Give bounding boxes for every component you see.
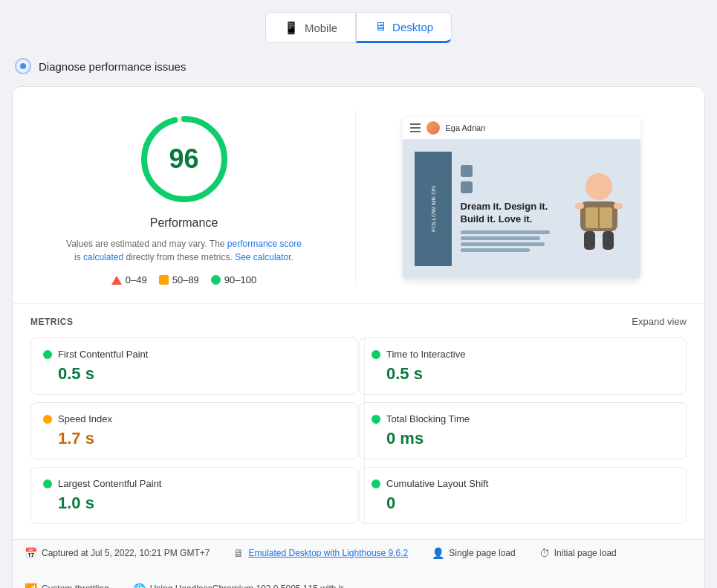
svg-rect-5 [603,231,614,250]
svg-rect-4 [584,231,595,250]
si-value: 1.7 s [43,429,345,448]
throttling-text: Custom throttling [42,584,109,588]
performance-gauge: 96 [136,111,233,207]
metrics-grid: First Contentful Paint 0.5 s Speed Index… [30,337,687,524]
calculator-link[interactable]: See calculator. [235,252,293,262]
metric-cls: Cumulative Layout Shift 0 [359,467,687,524]
lcp-value: 1.0 s [43,494,345,513]
diagnose-row: Diagnose performance issues [12,58,705,74]
person-icon: 👤 [432,547,444,559]
values-note: Values are estimated and may vary. The p… [65,237,303,264]
good-range: 90–100 [224,274,256,285]
calendar-icon: 📅 [25,547,37,559]
metrics-col-left: First Contentful Paint 0.5 s Speed Index… [30,337,358,524]
footer-emulated: 🖥 Emulated Desktop with Lighthouse 9.6.2 [233,547,408,559]
preview-avatar [426,121,440,135]
tti-value: 0.5 s [372,364,674,384]
metric-si: Speed Index 1.7 s [30,402,358,459]
tti-dot [372,350,380,359]
metric-fcp: First Contentful Paint 0.5 s [30,337,358,395]
preview-social-icons [461,165,560,193]
legend-good: 90–100 [211,274,256,285]
metric-lcp: Largest Contentful Paint 1.0 s [30,467,358,524]
monitor-icon: 🖥 [233,547,244,559]
tab-group: 📱 Mobile 🖥 Desktop [12,12,705,43]
metrics-label: METRICS [30,317,74,327]
preview-content: Dream it. Design it. Build it. Love it. [461,165,560,252]
captured-text: Captured at Jul 5, 2022, 10:21 PM GMT+7 [42,548,210,558]
site-preview: Ega Adrian FOLLOW ME ON Dream it. Design… [403,117,640,280]
tbt-dot [372,415,380,424]
follow-label: FOLLOW ME ON [415,152,452,266]
single-page-text: Single page load [449,548,515,558]
footer-initial-load: ⏱ Initial page load [539,547,617,559]
tab-mobile-label: Mobile [305,22,337,34]
initial-load-text: Initial page load [554,548,617,558]
diagnose-dot-icon [15,58,31,74]
footer-bar: 📅 Captured at Jul 5, 2022, 10:21 PM GMT+… [13,539,704,588]
diagnose-title: Diagnose performance issues [39,60,186,73]
metric-tbt: Total Blocking Time 0 ms [359,402,687,459]
tab-desktop[interactable]: 🖥 Desktop [356,12,452,43]
performance-label: Performance [150,216,218,230]
hamburger-icon [410,123,421,132]
lcp-dot [43,479,52,488]
preview-character [569,164,629,253]
footer-chromium: 🌐 Using HeadlessChromium 102.0.5005.115 … [133,583,344,588]
legend-average: 50–89 [159,274,199,285]
tab-mobile[interactable]: 📱 Mobile [265,12,356,43]
svg-rect-6 [575,203,584,209]
si-name: Speed Index [58,413,112,424]
si-dot [43,415,52,424]
fail-range: 0–49 [126,274,147,285]
chromium-text: Using HeadlessChromium 102.0.5005.115 wi… [150,584,344,588]
average-range: 50–89 [172,274,199,285]
preview-heading: Dream it. Design it. Build it. Love it. [461,201,560,226]
metrics-section: METRICS Expand view First Contentful Pai… [13,304,704,539]
wifi-icon: 📶 [25,583,37,588]
metric-tti: Time to Interactive 0.5 s [359,337,687,395]
fcp-name: First Contentful Paint [58,349,148,360]
tbt-value: 0 ms [372,429,674,448]
score-value: 96 [169,143,198,175]
svg-point-2 [585,173,612,200]
tti-name: Time to Interactive [386,349,465,360]
facebook-icon [461,165,473,177]
footer-single-page: 👤 Single page load [432,547,515,559]
preview-topbar: Ega Adrian [403,117,640,140]
metrics-header: METRICS Expand view [30,316,687,327]
fcp-dot [43,350,52,359]
main-card: 96 Performance Values are estimated and … [12,86,705,588]
preview-username: Ega Adrian [446,123,486,132]
instagram-icon [461,181,473,193]
cls-name: Cumulative Layout Shift [386,478,488,489]
score-legend: 0–49 50–89 90–100 [111,274,256,285]
lcp-name: Largest Contentful Paint [58,478,161,489]
score-left: 96 Performance Values are estimated and … [30,111,356,285]
cls-value: 0 [372,494,674,513]
score-section: 96 Performance Values are estimated and … [13,87,704,304]
footer-captured: 📅 Captured at Jul 5, 2022, 10:21 PM GMT+… [25,547,210,559]
expand-view-button[interactable]: Expand view [632,316,687,327]
tab-desktop-label: Desktop [392,21,433,33]
preview-text-lines [461,230,560,252]
footer-throttling: 📶 Custom throttling [25,583,109,588]
score-right: Ega Adrian FOLLOW ME ON Dream it. Design… [356,111,687,285]
good-icon [211,275,221,285]
legend-fail: 0–49 [111,274,147,285]
metrics-col-right: Time to Interactive 0.5 s Total Blocking… [359,337,687,524]
desktop-icon: 🖥 [374,20,386,33]
fcp-value: 0.5 s [43,364,345,384]
svg-rect-7 [614,203,623,209]
character-svg [569,164,629,253]
fail-icon [111,276,122,285]
preview-body: FOLLOW ME ON Dream it. Design it. Build … [403,140,640,278]
tbt-name: Total Blocking Time [386,413,470,424]
cls-dot [372,479,380,488]
chromium-icon: 🌐 [133,583,146,588]
emulated-text[interactable]: Emulated Desktop with Lighthouse 9.6.2 [248,548,408,558]
mobile-icon: 📱 [284,21,299,35]
average-icon [159,275,169,285]
clock-icon: ⏱ [539,547,550,559]
